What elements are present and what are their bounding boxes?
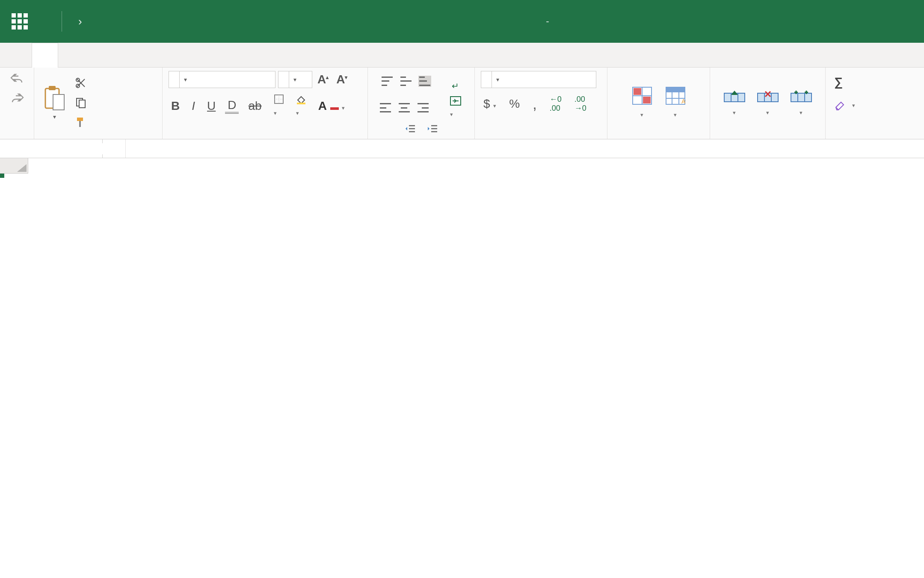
- tab-home[interactable]: [32, 43, 58, 68]
- ribbon-tabs: [0, 43, 924, 68]
- selection-outline: [0, 174, 2, 175]
- dash: -: [546, 16, 549, 27]
- fx-icon[interactable]: [103, 139, 126, 158]
- svg-rect-17: [666, 87, 685, 92]
- tab-data[interactable]: [84, 43, 110, 67]
- percent-button[interactable]: %: [506, 97, 522, 111]
- svg-rect-2: [53, 94, 64, 110]
- borders-button[interactable]: ▾: [271, 94, 287, 118]
- group-label-number: [481, 134, 601, 138]
- wrap-text-button[interactable]: ↵: [449, 71, 462, 91]
- number-format-dropdown[interactable]: ▾: [481, 71, 596, 88]
- delete-cells-icon: [757, 89, 779, 106]
- select-all-corner[interactable]: [0, 158, 28, 174]
- name-box[interactable]: ▾: [0, 139, 103, 158]
- align-right-button[interactable]: [417, 102, 429, 113]
- sigma-icon: ∑: [834, 75, 843, 89]
- underline-button[interactable]: U: [204, 99, 218, 113]
- tab-view[interactable]: [135, 43, 161, 67]
- borders-icon: [274, 94, 284, 104]
- svg-rect-7: [77, 118, 83, 121]
- format-as-table-button[interactable]: A▾ ▾: [663, 86, 688, 120]
- tab-help[interactable]: [161, 43, 187, 67]
- conditional-formatting-icon: [632, 86, 652, 105]
- group-label-tables: [613, 134, 704, 138]
- merge-cells-button[interactable]: ▾: [447, 96, 464, 119]
- format-painter-button[interactable]: [73, 115, 92, 130]
- align-center-button[interactable]: [398, 102, 411, 113]
- autosum-button[interactable]: ∑: [832, 74, 849, 90]
- shrink-font-button[interactable]: A▾: [334, 73, 350, 86]
- scissors-icon: [75, 77, 86, 88]
- open-in-excel-link[interactable]: [250, 43, 279, 67]
- font-color-button[interactable]: A ▾: [316, 99, 348, 113]
- decrease-decimal-button[interactable]: .00→0: [572, 95, 589, 113]
- copy-button[interactable]: [73, 95, 92, 110]
- chevron-down-icon: ▾: [53, 113, 56, 120]
- eraser-icon: [834, 100, 845, 111]
- breadcrumb[interactable]: ›: [73, 15, 87, 28]
- cut-button[interactable]: [73, 75, 92, 91]
- italic-button[interactable]: I: [189, 99, 198, 113]
- chevron-down-icon: ▾: [852, 102, 855, 109]
- paste-button[interactable]: ▾: [40, 84, 68, 121]
- bold-button[interactable]: B: [169, 99, 182, 113]
- comma-style-button[interactable]: ,: [530, 100, 539, 108]
- increase-indent-button[interactable]: [424, 124, 441, 133]
- chevron-down-icon: ▾: [492, 71, 503, 88]
- double-underline-button[interactable]: D: [225, 98, 239, 114]
- font-name-dropdown[interactable]: ▾: [169, 71, 275, 88]
- svg-rect-6: [79, 100, 85, 108]
- grow-font-button[interactable]: A▴: [315, 73, 331, 86]
- font-size-dropdown[interactable]: ▾: [278, 71, 312, 88]
- delete-cells-button[interactable]: ▾: [754, 88, 782, 117]
- svg-rect-15: [643, 97, 651, 103]
- formula-bar: ▾: [0, 139, 924, 158]
- spreadsheet-grid[interactable]: [0, 158, 924, 174]
- formula-input[interactable]: [126, 139, 924, 158]
- group-label-undo: [6, 134, 28, 138]
- currency-button[interactable]: $ ▾: [481, 97, 499, 111]
- chevron-right-icon: ›: [78, 15, 82, 28]
- strikethrough-button[interactable]: ab: [246, 99, 264, 113]
- tab-review[interactable]: [110, 43, 135, 67]
- conditional-formatting-button[interactable]: ▾: [629, 86, 655, 120]
- align-top-button[interactable]: [381, 76, 394, 87]
- decrease-indent-button[interactable]: [402, 124, 418, 133]
- app-launcher-icon[interactable]: [10, 12, 29, 31]
- document-title-block: -: [538, 16, 557, 27]
- svg-rect-1: [49, 86, 56, 90]
- align-bottom-button[interactable]: [418, 76, 431, 87]
- insert-cells-button[interactable]: ▾: [721, 88, 748, 117]
- svg-rect-10: [297, 103, 305, 104]
- svg-rect-14: [634, 88, 641, 95]
- clipboard-icon: [43, 85, 66, 112]
- svg-rect-11: [330, 107, 339, 110]
- align-middle-button[interactable]: [400, 76, 412, 87]
- merge-icon: [450, 96, 461, 106]
- title-separator: [62, 11, 62, 32]
- fill-color-button[interactable]: ▾: [293, 94, 309, 118]
- tab-file[interactable]: [6, 43, 32, 67]
- clear-button[interactable]: ▾: [832, 97, 858, 113]
- table-icon: A▾: [665, 86, 686, 105]
- format-cells-button[interactable]: ▾: [788, 88, 815, 117]
- fill-handle[interactable]: [0, 174, 4, 178]
- chevron-down-icon: ▾: [179, 71, 191, 88]
- group-label-font: [169, 134, 361, 138]
- svg-rect-21: [791, 93, 811, 102]
- tab-insert[interactable]: [58, 43, 84, 67]
- group-label-cells: [716, 134, 819, 138]
- redo-button[interactable]: [10, 93, 24, 105]
- bucket-icon: [296, 94, 306, 104]
- ribbon: ▾: [0, 68, 924, 139]
- svg-text:A▾: A▾: [681, 98, 686, 105]
- align-left-button[interactable]: [379, 102, 392, 113]
- tell-me-search[interactable]: [204, 43, 233, 67]
- group-label-alignment: [374, 134, 468, 138]
- paintbrush-icon: [75, 117, 86, 128]
- group-label-clipboard: [40, 134, 156, 138]
- undo-button[interactable]: [10, 74, 24, 86]
- increase-decimal-button[interactable]: ←0.00: [547, 95, 564, 113]
- format-cells-icon: [790, 89, 812, 106]
